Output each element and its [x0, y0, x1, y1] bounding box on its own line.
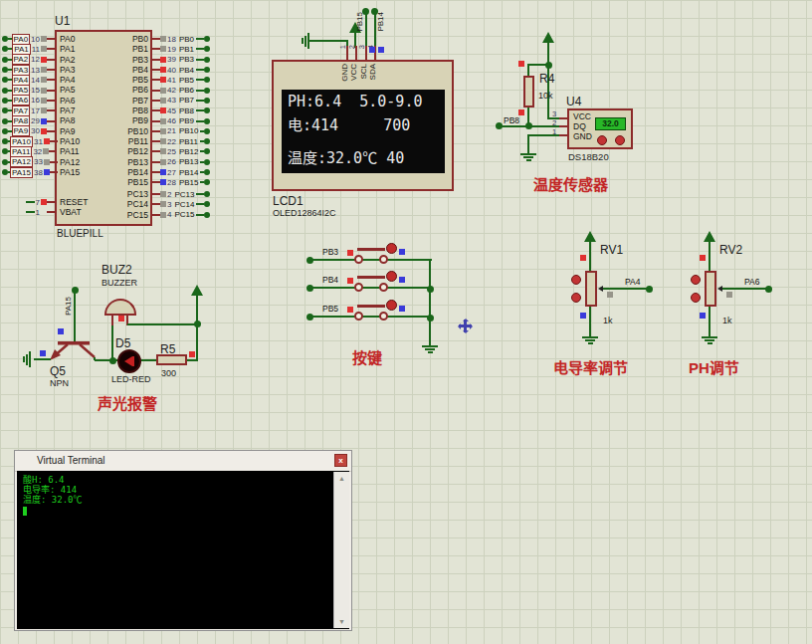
- pin-row: 39 PB3: [152, 55, 210, 65]
- pin-stub: [47, 79, 55, 81]
- scrollbar[interactable]: ▲ ▼: [333, 472, 349, 628]
- transistor-symbol[interactable]: [20, 336, 119, 366]
- wire: [196, 90, 204, 92]
- net-label[interactable]: PB7: [177, 96, 196, 105]
- wire-end-dot: [204, 98, 210, 104]
- net-label[interactable]: PB14: [177, 168, 201, 177]
- pin-stub: [152, 48, 160, 50]
- net-label[interactable]: PB4: [177, 66, 196, 75]
- pin-number: 38: [34, 168, 43, 177]
- resistor-r5-body[interactable]: [156, 354, 187, 365]
- pot2-decrease-button[interactable]: [691, 293, 701, 303]
- pin-stub: [152, 150, 160, 152]
- pin-name: PA3: [60, 65, 80, 75]
- pin-name: PA6: [60, 96, 80, 106]
- net-label[interactable]: PB3: [177, 55, 196, 64]
- mcu-value: BLUEPILL: [57, 228, 103, 239]
- pin-stub: [152, 140, 160, 142]
- buzzer-body[interactable]: [104, 299, 136, 316]
- scroll-up-icon[interactable]: ▲: [334, 475, 349, 482]
- pot2-body[interactable]: [705, 271, 716, 307]
- logic-indicator: [160, 138, 166, 144]
- window-titlebar[interactable]: Virtual Terminal: [15, 451, 351, 472]
- sensor-increase-button[interactable]: [597, 135, 607, 145]
- pin-stub: [50, 171, 58, 173]
- logic-indicator: [607, 292, 613, 298]
- button-actuator[interactable]: [386, 300, 397, 311]
- pin-name: PA15: [60, 167, 80, 177]
- pin-stub: [152, 203, 160, 205]
- sensor-decrease-button[interactable]: [615, 135, 625, 145]
- net-label[interactable]: PA15: [64, 297, 73, 316]
- pin-name: PB4: [98, 65, 148, 75]
- pin-row: PA1 11: [2, 44, 55, 54]
- pin-name: PB8: [98, 106, 148, 115]
- net-label[interactable]: PB4: [322, 275, 338, 285]
- close-button[interactable]: x: [334, 454, 347, 467]
- logic-indicator: [347, 307, 353, 313]
- wire-end-dot: [204, 201, 210, 207]
- button-actuator[interactable]: [386, 271, 397, 282]
- net-label[interactable]: PB0: [177, 35, 196, 44]
- virtual-terminal-window[interactable]: Virtual Terminal x 酸H: 6.4电导率: 414温度: 32…: [14, 450, 352, 631]
- net-label[interactable]: PB13: [177, 157, 201, 166]
- net-label[interactable]: PA6: [744, 277, 759, 287]
- pin-name: PA12: [60, 157, 80, 167]
- logic-indicator: [726, 292, 732, 298]
- resistor-r4-body[interactable]: [523, 76, 534, 107]
- wire-end-dot: [204, 148, 210, 154]
- net-label[interactable]: PB14: [376, 12, 385, 32]
- lcd-pin-name: SDA: [368, 64, 377, 80]
- net-label[interactable]: PB15: [355, 12, 364, 32]
- pin-name: PA2: [60, 55, 80, 65]
- pin-number: 14: [31, 76, 40, 85]
- pot1-increase-button[interactable]: [571, 275, 581, 285]
- terminal-output-area[interactable]: 酸H: 6.4电导率: 414温度: 32.0℃ ▲ ▼: [17, 471, 349, 629]
- pin-stub: [559, 134, 567, 136]
- pin-row: 3 PC14: [152, 199, 210, 209]
- net-label[interactable]: PA15: [10, 167, 33, 178]
- pot1-decrease-button[interactable]: [571, 293, 581, 303]
- wire-end-dot: [204, 57, 210, 63]
- pin-row: PA10 31: [2, 136, 55, 146]
- net-label[interactable]: PB5: [322, 304, 338, 314]
- led-body[interactable]: [117, 349, 141, 373]
- pin-name: PA5: [60, 85, 80, 95]
- scroll-down-icon[interactable]: ▼: [334, 618, 349, 625]
- net-label[interactable]: PB6: [177, 86, 196, 95]
- pin-row: 1: [26, 207, 55, 217]
- button-actuator[interactable]: [386, 243, 397, 254]
- net-label[interactable]: PB12: [177, 147, 201, 156]
- net-label[interactable]: PB15: [177, 178, 201, 187]
- pin-row: 27 PB14: [152, 167, 210, 177]
- net-label[interactable]: PB11: [177, 137, 200, 146]
- wire: [196, 59, 204, 61]
- net-label[interactable]: PB10: [177, 126, 201, 135]
- pin-stub: [47, 211, 55, 213]
- net-label[interactable]: PC15: [172, 210, 196, 219]
- junction-dot: [427, 315, 434, 322]
- logic-indicator: [160, 169, 166, 175]
- pin-number: 41: [167, 76, 176, 85]
- pin-stub: [50, 140, 58, 142]
- pin-stub: [152, 120, 160, 122]
- pin-name: PA8: [60, 115, 80, 125]
- pin-row: 41 PB5: [152, 75, 210, 85]
- net-label[interactable]: PB8: [177, 107, 196, 115]
- net-label[interactable]: PB8: [504, 115, 519, 125]
- net-label[interactable]: PA4: [625, 277, 640, 287]
- schematic-canvas[interactable]: U1 BLUEPILL PA0 10 PA1 11: [0, 0, 812, 644]
- net-label[interactable]: PC13: [172, 190, 196, 199]
- logic-indicator: [700, 313, 706, 319]
- net-label[interactable]: PB5: [177, 76, 196, 85]
- net-label[interactable]: PC14: [172, 200, 196, 209]
- net-label[interactable]: PB1: [177, 45, 196, 54]
- logic-indicator: [160, 57, 166, 63]
- pot2-increase-button[interactable]: [691, 275, 701, 285]
- sensor-pin-name: VCC: [573, 111, 591, 121]
- power-symbol: [191, 285, 203, 296]
- pot1-body[interactable]: [585, 271, 597, 307]
- logic-indicator: [160, 148, 166, 154]
- net-label[interactable]: PB9: [177, 116, 196, 125]
- net-label[interactable]: PB3: [322, 247, 338, 257]
